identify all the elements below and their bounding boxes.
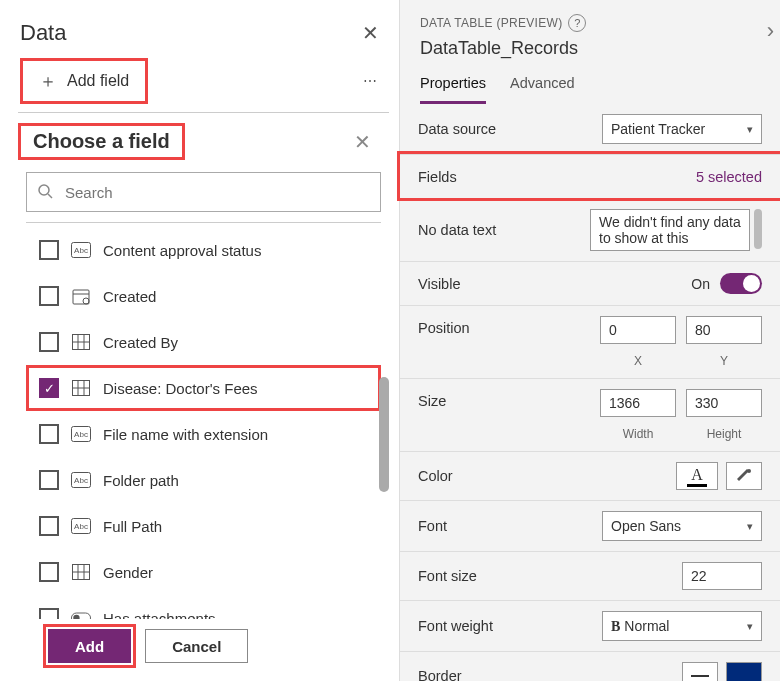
prop-font: Font Open Sans ▾: [400, 500, 780, 551]
svg-text:Abc: Abc: [74, 246, 88, 255]
field-checkbox[interactable]: [39, 470, 59, 490]
font-weight-select[interactable]: BNormal ▾: [602, 611, 762, 641]
search-icon: [37, 183, 53, 202]
field-label: Created By: [103, 334, 178, 351]
border-color-swatch[interactable]: [726, 662, 762, 681]
plus-icon: ＋: [39, 69, 57, 93]
close-choose-icon[interactable]: ✕: [354, 130, 371, 154]
field-label: Content approval status: [103, 242, 261, 259]
font-color-swatch[interactable]: A: [676, 462, 718, 490]
field-item[interactable]: AbcContent approval status: [26, 227, 381, 273]
data-source-label: Data source: [418, 121, 496, 137]
choose-field-panel: Choose a field ✕ AbcContent approval sta…: [18, 112, 389, 681]
field-type-icon: [71, 564, 91, 580]
field-type-icon: [71, 334, 91, 350]
svg-text:Abc: Abc: [74, 522, 88, 531]
field-label: Disease: Doctor's Fees: [103, 380, 258, 397]
fields-label: Fields: [418, 169, 457, 185]
font-select[interactable]: Open Sans ▾: [602, 511, 762, 541]
svg-point-6: [83, 298, 89, 304]
field-item[interactable]: AbcFile name with extension: [26, 411, 381, 457]
help-icon[interactable]: ?: [568, 14, 586, 32]
field-checkbox[interactable]: [39, 286, 59, 306]
field-checkbox[interactable]: [39, 516, 59, 536]
color-picker-button[interactable]: [726, 462, 762, 490]
expand-chevron-icon[interactable]: ›: [767, 18, 774, 44]
prop-font-weight: Font weight BNormal ▾: [400, 600, 780, 651]
tab-advanced[interactable]: Advanced: [510, 67, 575, 104]
cancel-button[interactable]: Cancel: [145, 629, 248, 663]
svg-line-1: [48, 194, 52, 198]
field-type-icon: [71, 612, 91, 619]
tab-properties[interactable]: Properties: [420, 67, 486, 104]
prop-data-source: Data source Patient Tracker ▾: [400, 104, 780, 154]
data-source-select[interactable]: Patient Tracker ▾: [602, 114, 762, 144]
component-name: DataTable_Records: [400, 38, 780, 67]
field-item[interactable]: ✓Disease: Doctor's Fees: [26, 365, 381, 411]
more-menu-icon[interactable]: ⋯: [363, 73, 379, 89]
font-weight-label: Font weight: [418, 618, 493, 634]
prop-size: Size 1366 330 Width Height: [400, 378, 780, 451]
field-type-icon: Abc: [71, 426, 91, 442]
prop-color: Color A: [400, 451, 780, 500]
position-x-input[interactable]: 0: [600, 316, 676, 344]
field-item[interactable]: Created: [26, 273, 381, 319]
prop-visible: Visible On: [400, 261, 780, 305]
field-label: Full Path: [103, 518, 162, 535]
no-data-input[interactable]: We didn't find any data to show at this: [590, 209, 750, 251]
font-size-input[interactable]: 22: [682, 562, 762, 590]
prop-fields[interactable]: Fields 5 selected: [400, 154, 780, 198]
field-checkbox[interactable]: [39, 240, 59, 260]
field-type-icon: [71, 380, 91, 396]
size-label: Size: [418, 389, 446, 409]
field-checkbox[interactable]: [39, 424, 59, 444]
size-height-input[interactable]: 330: [686, 389, 762, 417]
scrollbar-thumb[interactable]: [379, 377, 389, 492]
field-item[interactable]: Gender: [26, 549, 381, 595]
field-label: File name with extension: [103, 426, 268, 443]
size-width-input[interactable]: 1366: [600, 389, 676, 417]
color-label: Color: [418, 468, 453, 484]
chevron-down-icon: ▾: [747, 520, 753, 533]
divider: [26, 222, 381, 223]
close-panel-icon[interactable]: ✕: [362, 21, 379, 45]
add-button[interactable]: Add: [48, 629, 131, 663]
field-type-icon: Abc: [71, 242, 91, 258]
svg-point-26: [73, 615, 79, 619]
field-item[interactable]: Has attachments: [26, 595, 381, 619]
svg-text:Abc: Abc: [74, 430, 88, 439]
svg-point-27: [747, 469, 751, 473]
border-label: Border: [418, 668, 462, 681]
component-type-label: DATA TABLE (PREVIEW): [420, 16, 562, 30]
position-y-input[interactable]: 80: [686, 316, 762, 344]
search-field[interactable]: [26, 172, 381, 212]
field-item[interactable]: Created By: [26, 319, 381, 365]
textarea-scrollbar[interactable]: [754, 209, 762, 249]
svg-point-0: [39, 185, 49, 195]
data-panel: Data ✕ ＋ Add field ⋯ Choose a field ✕: [0, 0, 400, 681]
field-checkbox[interactable]: [39, 608, 59, 619]
field-label: Created: [103, 288, 156, 305]
choose-field-title: Choose a field: [18, 123, 185, 160]
field-type-icon: Abc: [71, 518, 91, 534]
field-item[interactable]: AbcFull Path: [26, 503, 381, 549]
visible-toggle[interactable]: [720, 273, 762, 294]
field-item[interactable]: AbcFolder path: [26, 457, 381, 503]
field-checkbox[interactable]: ✓: [39, 378, 59, 398]
border-style-select[interactable]: [682, 662, 718, 681]
visible-label: Visible: [418, 276, 460, 292]
add-field-button[interactable]: ＋ Add field: [20, 58, 148, 104]
field-label: Folder path: [103, 472, 179, 489]
visible-value: On: [691, 276, 710, 292]
field-label: Gender: [103, 564, 153, 581]
field-list: AbcContent approval statusCreatedCreated…: [18, 227, 389, 619]
add-field-label: Add field: [67, 72, 129, 90]
search-input[interactable]: [63, 183, 370, 202]
field-type-icon: Abc: [71, 472, 91, 488]
field-checkbox[interactable]: [39, 332, 59, 352]
field-type-icon: [71, 287, 91, 305]
field-checkbox[interactable]: [39, 562, 59, 582]
svg-text:Abc: Abc: [74, 476, 88, 485]
field-label: Has attachments: [103, 610, 216, 620]
fields-selected-count: 5 selected: [696, 169, 762, 185]
